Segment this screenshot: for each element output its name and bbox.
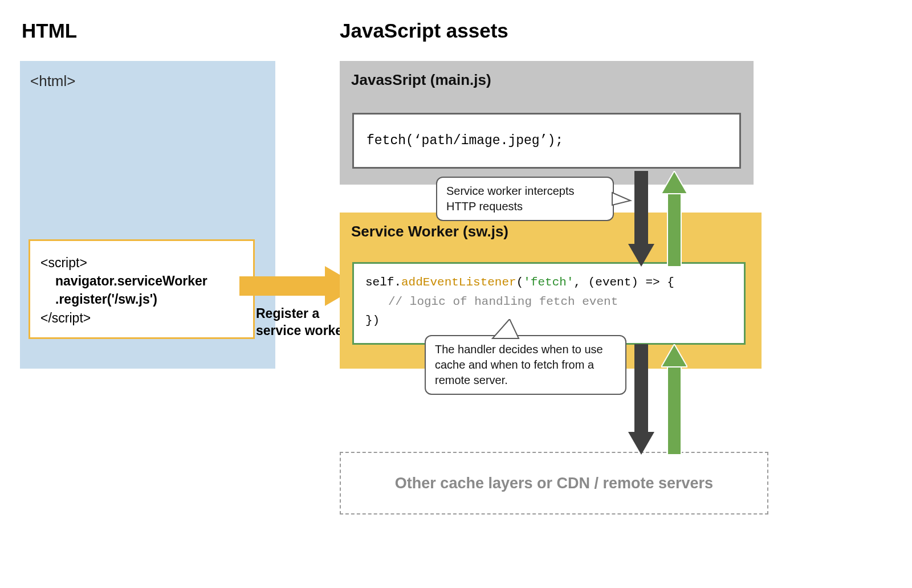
svg-marker-4 xyxy=(661,171,687,194)
svg-marker-2 xyxy=(628,244,654,267)
script-code-box: <script> navigator.serviceWorker .regist… xyxy=(28,239,255,339)
js-panel-title: JavasSript (main.js) xyxy=(351,71,742,89)
arrow-up-remote-to-sw-icon xyxy=(661,344,684,455)
svg-rect-5 xyxy=(634,344,648,433)
fetch-code-text: fetch(‘path/image.jpeg’); xyxy=(367,133,563,148)
callout-intercept-tail-icon xyxy=(611,188,634,211)
callout-intercept-text: Service worker intercepts HTTP requests xyxy=(446,185,575,213)
html-tag-text: <html> xyxy=(30,72,76,90)
fetch-code-box: fetch(‘path/image.jpeg’); xyxy=(352,113,741,169)
sw-code-fetch-string: 'fetch' xyxy=(523,276,573,289)
svg-marker-10 xyxy=(492,319,519,338)
callout-intercept: Service worker intercepts HTTP requests xyxy=(436,177,614,221)
callout-handler-tail-icon xyxy=(490,319,524,340)
svg-rect-3 xyxy=(667,194,681,267)
script-line-2: .register('/sw.js') xyxy=(40,290,243,308)
service-worker-code-box: self.addEventListener('fetch', (event) =… xyxy=(352,262,746,345)
svg-rect-1 xyxy=(634,171,648,245)
callout-handler-text: The handler decides when to use cache an… xyxy=(435,343,603,386)
sw-code-paren-open: ( xyxy=(516,276,524,289)
arrow-down-js-to-sw-icon xyxy=(628,171,651,267)
sw-code-line-1: self.addEventListener('fetch', (event) =… xyxy=(365,273,732,292)
arrow-down-sw-to-remote-icon xyxy=(628,344,651,455)
svg-marker-6 xyxy=(628,432,654,455)
script-open-tag: <script> xyxy=(40,255,87,270)
sw-code-comment: // logic of handling fetch event xyxy=(365,292,732,312)
script-close-tag: </script> xyxy=(40,311,91,325)
svg-marker-9 xyxy=(612,193,630,205)
remote-servers-text: Other cache layers or CDN / remote serve… xyxy=(395,475,713,492)
diagram-stage: HTML JavaScript assets <html> <script> n… xyxy=(0,0,912,588)
remote-servers-box: Other cache layers or CDN / remote serve… xyxy=(340,452,768,514)
sw-code-addeventlistener: addEventListener xyxy=(401,276,516,289)
service-worker-title: Service Worker (sw.js) xyxy=(351,223,750,240)
sw-code-line-3: }) xyxy=(365,311,732,330)
sw-code-arrow: , (event) => { xyxy=(573,276,674,289)
arrow-up-sw-to-js-icon xyxy=(661,171,684,267)
svg-rect-7 xyxy=(667,367,681,455)
sw-code-self: self. xyxy=(365,276,401,289)
heading-html: HTML xyxy=(22,19,77,42)
heading-js-assets: JavaScript assets xyxy=(340,19,508,42)
script-line-1: navigator.serviceWorker xyxy=(40,272,243,290)
svg-marker-8 xyxy=(661,344,687,367)
callout-handler: The handler decides when to use cache an… xyxy=(425,335,626,395)
